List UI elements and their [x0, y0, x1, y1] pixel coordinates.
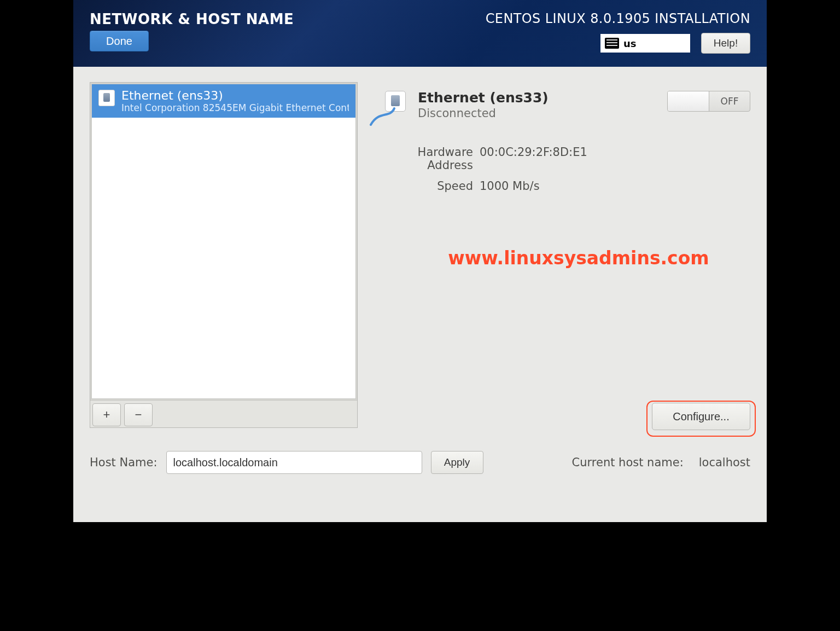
keyboard-layout-indicator[interactable]: us: [600, 34, 690, 53]
ethernet-plug-icon: [98, 90, 115, 106]
done-button[interactable]: Done: [90, 31, 149, 51]
hostname-label: Host Name:: [90, 456, 158, 469]
current-hostname-label: Current host name:: [572, 456, 684, 469]
page-title: NETWORK & HOST NAME: [90, 11, 294, 27]
remove-device-button[interactable]: −: [124, 403, 153, 426]
configure-wrap: Configure...: [652, 403, 750, 432]
installer-window: NETWORK & HOST NAME Done CENTOS LINUX 8.…: [73, 0, 767, 522]
content-area: Ethernet (ens33) Intel Corporation 82545…: [73, 67, 767, 522]
device-texts: Ethernet (ens33) Intel Corporation 82545…: [121, 89, 349, 113]
installation-title: CENTOS LINUX 8.0.1905 INSTALLATION: [486, 11, 750, 26]
hardware-address-value: 00:0C:29:2F:8D:E1: [480, 146, 750, 172]
header-left: NETWORK & HOST NAME Done: [90, 11, 294, 61]
hostname-row: Host Name: Apply Current host name: loca…: [90, 451, 750, 474]
connection-labels: Ethernet (ens33) Disconnected: [418, 89, 549, 120]
connection-identity: Ethernet (ens33) Disconnected: [369, 89, 549, 129]
connection-toggle[interactable]: OFF: [667, 91, 750, 112]
header-bar: NETWORK & HOST NAME Done CENTOS LINUX 8.…: [73, 0, 767, 67]
device-list-item[interactable]: Ethernet (ens33) Intel Corporation 82545…: [92, 84, 355, 118]
add-device-button[interactable]: +: [92, 403, 121, 426]
hostname-input[interactable]: [166, 451, 422, 474]
details-header: Ethernet (ens33) Disconnected OFF: [369, 89, 750, 129]
keyboard-layout-label: us: [623, 38, 637, 49]
connection-name: Ethernet (ens33): [418, 90, 549, 106]
details-panel: Ethernet (ens33) Disconnected OFF Hardwa…: [369, 82, 750, 432]
toggle-thumb: [668, 91, 709, 111]
device-list-panel: Ethernet (ens33) Intel Corporation 82545…: [90, 82, 358, 428]
speed-label: Speed: [372, 180, 473, 193]
toggle-label: OFF: [709, 91, 750, 111]
header-right-row: us Help!: [600, 33, 750, 54]
device-list[interactable]: Ethernet (ens33) Intel Corporation 82545…: [91, 84, 356, 399]
current-hostname-value: localhost: [699, 456, 750, 469]
main-row: Ethernet (ens33) Intel Corporation 82545…: [90, 82, 750, 432]
keyboard-icon: [605, 38, 619, 49]
device-list-toolbar: + −: [90, 400, 357, 427]
header-right: CENTOS LINUX 8.0.1905 INSTALLATION us He…: [486, 11, 750, 61]
configure-button[interactable]: Configure...: [652, 403, 750, 430]
watermark-text: www.linuxsysadmins.com: [407, 247, 750, 269]
speed-value: 1000 Mb/s: [480, 180, 750, 193]
apply-button[interactable]: Apply: [431, 451, 483, 474]
device-description: Intel Corporation 82545EM Gigabit Ethern…: [121, 102, 349, 113]
connection-status: Disconnected: [418, 107, 549, 120]
device-name: Ethernet (ens33): [121, 89, 349, 102]
ethernet-plug-icon: [369, 91, 409, 129]
details-grid: Hardware Address 00:0C:29:2F:8D:E1 Speed…: [372, 146, 750, 193]
hardware-address-label: Hardware Address: [372, 146, 473, 172]
help-button[interactable]: Help!: [701, 33, 750, 54]
